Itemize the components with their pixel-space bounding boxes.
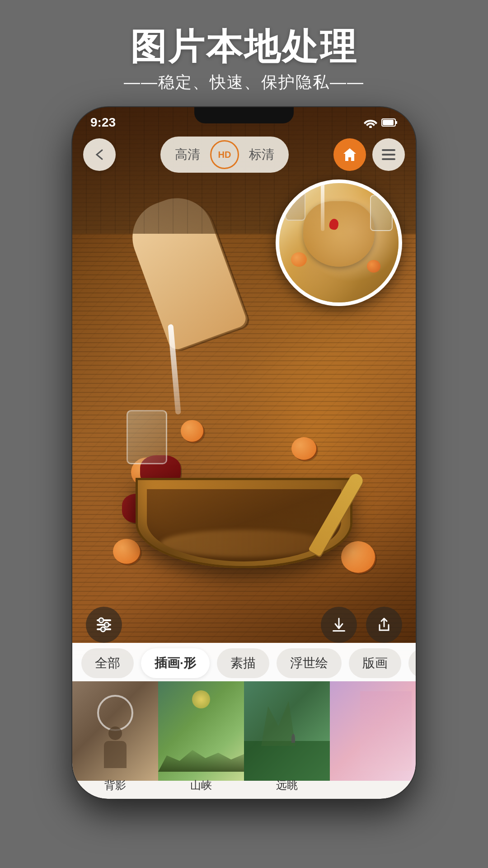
filter-sketch[interactable]: 素描 <box>217 648 269 678</box>
filter-ukiyoe[interactable]: 浮世绘 <box>277 648 342 678</box>
nav-right-actions <box>333 138 405 171</box>
filter-thumb-image-1 <box>72 681 158 781</box>
svg-point-12 <box>101 627 105 632</box>
filter-illustration[interactable]: 插画·形 <box>141 648 210 678</box>
svg-point-10 <box>99 618 103 623</box>
wifi-icon <box>363 117 378 128</box>
thumb-circle <box>97 695 133 731</box>
quality-standard-option[interactable]: 高清 <box>169 144 206 165</box>
svg-point-11 <box>104 623 109 627</box>
svg-rect-13 <box>333 630 345 632</box>
share-button[interactable] <box>366 607 402 643</box>
sun-shape <box>192 690 210 708</box>
filter-categories-bar: 全部 插画·形 素描 浮世绘 版画 水... <box>72 643 416 684</box>
page-background: 图片本地处理 ——稳定、快速、保护隐私—— <box>0 0 488 868</box>
top-navigation: 高清 HD 标清 <box>72 134 416 175</box>
person-silhouette <box>104 726 127 767</box>
bowl-preview <box>303 201 375 267</box>
fruit-scatter-5 <box>291 437 316 460</box>
page-title: 图片本地处理 <box>0 27 488 67</box>
back-icon <box>93 148 106 161</box>
svg-rect-6 <box>382 158 395 160</box>
tiny-person <box>291 734 295 743</box>
jar-preview <box>370 195 393 231</box>
download-button[interactable] <box>321 607 357 643</box>
hill-layer <box>261 696 296 746</box>
bowl-highlight <box>160 530 328 557</box>
filter-woodblock[interactable]: 版画 <box>349 648 401 678</box>
filter-more[interactable]: 水... <box>408 648 416 678</box>
filter-thumbnails: 背影 山峡 <box>72 681 416 799</box>
menu-button[interactable] <box>372 138 405 171</box>
ground-layer <box>244 741 330 781</box>
filter-thumb-image-2 <box>158 681 244 781</box>
filter-thumb-4[interactable] <box>330 681 416 799</box>
status-icons <box>363 117 398 128</box>
quality-selector[interactable]: 高清 HD 标清 <box>160 137 289 173</box>
download-icon <box>331 617 347 633</box>
orange-fruit-preview-2 <box>367 260 380 273</box>
bottom-action-bar <box>72 604 416 645</box>
comparison-circle[interactable] <box>276 179 402 306</box>
star-button[interactable] <box>333 138 366 171</box>
phone-frame: 9:23 <box>72 107 416 799</box>
orange-fruit-preview-1 <box>291 252 307 267</box>
phone-screen: 9:23 <box>72 107 416 799</box>
filter-thumb-yuantiao[interactable]: 远眺 <box>244 681 330 799</box>
house-icon <box>342 146 358 163</box>
quality-hd-option[interactable]: 标清 <box>244 144 280 165</box>
battery-icon <box>381 118 398 127</box>
hd-badge[interactable]: HD <box>210 140 239 169</box>
status-time: 9:23 <box>90 115 116 130</box>
filter-adjust-button[interactable] <box>86 607 122 643</box>
hamburger-icon <box>382 149 395 160</box>
svg-rect-4 <box>382 149 395 151</box>
svg-point-0 <box>369 126 372 128</box>
filter-thumb-beying[interactable]: 背影 <box>72 681 158 799</box>
svg-rect-5 <box>382 154 395 156</box>
adjust-icon <box>95 616 113 634</box>
action-buttons-right <box>321 607 402 643</box>
filter-all[interactable]: 全部 <box>81 648 134 678</box>
original-photo-preview <box>279 183 399 302</box>
filter-thumb-shanxia[interactable]: 山峡 <box>158 681 244 799</box>
pour-stream-preview <box>321 183 324 231</box>
page-header: 图片本地处理 ——稳定、快速、保护隐私—— <box>0 0 488 107</box>
container-preview <box>285 189 305 221</box>
page-subtitle: ——稳定、快速、保护隐私—— <box>0 71 488 94</box>
filter-thumb-image-4 <box>330 681 416 781</box>
mountain-shape <box>158 745 244 772</box>
filter-label-beying: 背影 <box>72 778 158 793</box>
filter-thumb-image-3 <box>244 681 330 781</box>
glass-jar <box>127 410 167 464</box>
bowl-container <box>131 460 357 568</box>
phone-notch <box>194 107 294 123</box>
figure-silhouette <box>360 691 412 771</box>
share-icon <box>376 617 392 633</box>
back-button[interactable] <box>83 138 116 171</box>
svg-rect-2 <box>395 121 397 124</box>
phone-mockup: 9:23 <box>72 107 416 803</box>
fruit-scatter-6 <box>181 420 203 442</box>
svg-rect-3 <box>383 120 394 125</box>
filter-label-shanxia: 山峡 <box>158 778 244 793</box>
filter-label-yuantiao: 远眺 <box>244 778 330 793</box>
